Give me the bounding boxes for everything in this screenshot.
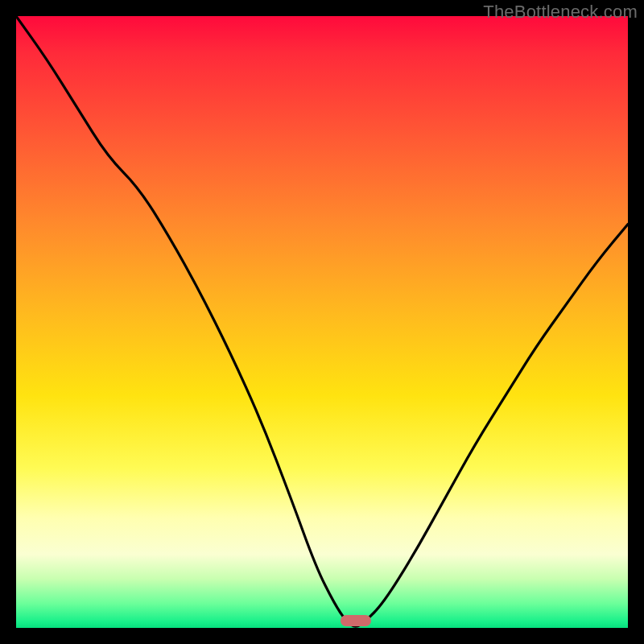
optimal-point-marker [341,615,371,626]
watermark-text: TheBottleneck.com [483,2,638,23]
chart-frame: TheBottleneck.com [0,0,644,644]
bottleneck-curve [16,16,628,628]
plot-area [16,16,628,628]
